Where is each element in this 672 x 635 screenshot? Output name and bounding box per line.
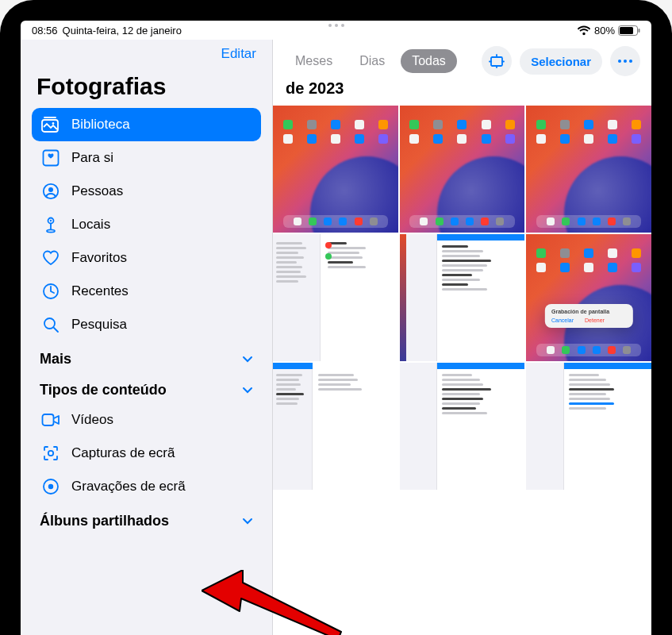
svg-point-10 bbox=[47, 229, 55, 232]
svg-point-9 bbox=[50, 220, 52, 221]
aspect-button[interactable] bbox=[482, 46, 512, 76]
chevron-down-icon bbox=[242, 518, 253, 525]
photo-thumb[interactable] bbox=[526, 363, 651, 490]
view-segmented-control: Meses Dias Todas bbox=[284, 49, 457, 73]
main-content: Meses Dias Todas Selecionar de 2023 bbox=[273, 40, 651, 635]
sidebar-item-screenrecordings[interactable]: Gravações de ecrã bbox=[32, 470, 261, 503]
section-more[interactable]: Mais bbox=[32, 341, 261, 372]
tab-days[interactable]: Dias bbox=[348, 49, 396, 73]
places-icon bbox=[41, 215, 60, 234]
popup-cancel: Cancelar bbox=[551, 318, 574, 323]
svg-rect-17 bbox=[491, 57, 502, 66]
sidebar-item-label: Favoritos bbox=[71, 250, 127, 266]
tab-months[interactable]: Meses bbox=[284, 49, 344, 73]
sidebar-item-label: Recentes bbox=[71, 283, 129, 299]
svg-rect-1 bbox=[620, 27, 633, 34]
svg-point-14 bbox=[48, 451, 53, 456]
aspect-icon bbox=[489, 54, 505, 68]
foryou-icon bbox=[41, 148, 60, 167]
library-icon bbox=[41, 115, 60, 134]
toolbar: Meses Dias Todas Selecionar bbox=[273, 40, 651, 79]
edit-button[interactable]: Editar bbox=[217, 43, 261, 65]
sidebar-item-recents[interactable]: Recentes bbox=[32, 275, 261, 308]
section-heading: de 2023 bbox=[286, 79, 344, 98]
photo-thumb[interactable] bbox=[273, 234, 398, 361]
svg-rect-13 bbox=[43, 414, 54, 425]
ellipsis-icon bbox=[617, 59, 633, 64]
screen: 08:56 Quinta-feira, 12 de janeiro 80% Ed… bbox=[21, 21, 651, 635]
popup-title: Grabación de pantalla bbox=[551, 309, 626, 314]
section-label: Álbuns partilhados bbox=[40, 513, 169, 529]
record-icon bbox=[41, 477, 60, 496]
clock-icon bbox=[41, 282, 60, 301]
sidebar-item-people[interactable]: Pessoas bbox=[32, 175, 261, 208]
photo-thumb[interactable] bbox=[273, 106, 398, 233]
photo-thumb[interactable] bbox=[273, 363, 398, 490]
photo-thumb[interactable] bbox=[400, 234, 525, 361]
status-time: 08:56 bbox=[32, 25, 58, 37]
sidebar-item-label: Capturas de ecrã bbox=[71, 445, 175, 461]
svg-point-16 bbox=[48, 484, 53, 489]
more-button[interactable] bbox=[610, 46, 640, 76]
svg-point-20 bbox=[629, 60, 632, 63]
chevron-down-icon bbox=[242, 387, 253, 394]
photo-thumb[interactable] bbox=[400, 106, 525, 233]
sidebar: Editar Fotografias Biblioteca Para si bbox=[21, 40, 273, 635]
svg-point-19 bbox=[624, 60, 627, 63]
video-icon bbox=[41, 410, 60, 429]
sidebar-item-label: Gravações de ecrã bbox=[71, 479, 186, 495]
status-date: Quinta-feira, 12 de janeiro bbox=[63, 25, 182, 37]
battery-icon bbox=[618, 25, 640, 36]
tab-all[interactable]: Todas bbox=[401, 49, 457, 73]
wifi-icon bbox=[577, 25, 591, 36]
photo-thumb[interactable] bbox=[526, 106, 651, 233]
sidebar-item-search[interactable]: Pesquisa bbox=[32, 308, 261, 341]
battery-percentage: 80% bbox=[594, 25, 615, 37]
sidebar-title: Fotografias bbox=[32, 70, 261, 108]
chevron-down-icon bbox=[242, 356, 253, 364]
sidebar-item-label: Pesquisa bbox=[71, 317, 127, 333]
svg-rect-2 bbox=[639, 29, 640, 33]
sidebar-item-videos[interactable]: Vídeos bbox=[32, 403, 261, 437]
heart-icon bbox=[41, 248, 60, 267]
section-shared[interactable]: Álbuns partilhados bbox=[32, 503, 261, 534]
select-button[interactable]: Selecionar bbox=[520, 48, 602, 75]
sidebar-item-label: Biblioteca bbox=[71, 117, 130, 133]
search-icon bbox=[41, 315, 60, 334]
drag-indicator-dots bbox=[328, 24, 344, 27]
section-label: Tipos de conteúdo bbox=[40, 382, 167, 398]
sidebar-item-label: Locais bbox=[71, 217, 110, 233]
svg-point-4 bbox=[52, 122, 55, 125]
sidebar-item-favorites[interactable]: Favoritos bbox=[32, 241, 261, 275]
screenshot-icon bbox=[41, 444, 60, 463]
ipad-frame: 08:56 Quinta-feira, 12 de janeiro 80% Ed… bbox=[0, 0, 672, 635]
section-label: Mais bbox=[40, 351, 71, 368]
svg-point-18 bbox=[618, 60, 621, 63]
popup-stop: Detener bbox=[585, 318, 605, 323]
sidebar-item-library[interactable]: Biblioteca bbox=[32, 108, 261, 141]
photo-grid: Grabación de pantalla CancelarDetener bbox=[273, 106, 651, 635]
svg-point-7 bbox=[48, 187, 53, 192]
sidebar-item-label: Vídeos bbox=[71, 412, 113, 428]
sidebar-item-label: Para si bbox=[71, 150, 113, 166]
section-types[interactable]: Tipos de conteúdo bbox=[32, 372, 261, 403]
sidebar-item-label: Pessoas bbox=[71, 183, 123, 199]
svg-point-12 bbox=[44, 318, 55, 329]
people-icon bbox=[41, 182, 60, 201]
photo-thumb[interactable]: Grabación de pantalla CancelarDetener bbox=[526, 234, 651, 361]
photo-thumb[interactable] bbox=[400, 363, 525, 490]
sidebar-item-foryou[interactable]: Para si bbox=[32, 141, 261, 175]
sidebar-item-places[interactable]: Locais bbox=[32, 208, 261, 241]
sidebar-item-screenshots[interactable]: Capturas de ecrã bbox=[32, 437, 261, 470]
